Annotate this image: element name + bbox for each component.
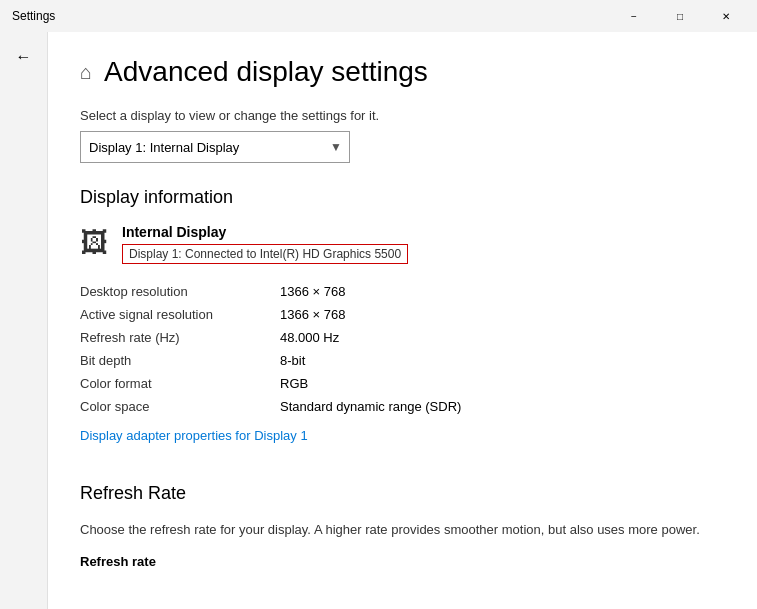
info-row-4: Color format RGB [80, 372, 725, 395]
display-name: Internal Display [122, 224, 408, 240]
title-bar-left: Settings [12, 9, 55, 23]
settings-title: Settings [12, 9, 55, 23]
back-button[interactable]: ← [12, 44, 36, 70]
content-area: ← ⌂ Advanced display settings Select a d… [0, 32, 757, 609]
title-bar-controls: − □ ✕ [611, 0, 749, 32]
info-value-0: 1366 × 768 [280, 284, 345, 299]
sidebar: ← [0, 32, 48, 609]
display-info-block: 🖼 Internal Display Display 1: Connected … [80, 224, 725, 264]
maximize-button[interactable]: □ [657, 0, 703, 32]
main-content: ⌂ Advanced display settings Select a dis… [48, 32, 757, 609]
info-value-1: 1366 × 768 [280, 307, 345, 322]
refresh-rate-label: Refresh rate [80, 554, 156, 569]
display-select[interactable]: Display 1: Internal Display [80, 131, 350, 163]
info-label-3: Bit depth [80, 353, 280, 368]
refresh-rate-description: Choose the refresh rate for your display… [80, 520, 725, 540]
display-details: Internal Display Display 1: Connected to… [122, 224, 408, 264]
minimize-button[interactable]: − [611, 0, 657, 32]
info-value-3: 8-bit [280, 353, 305, 368]
info-label-2: Refresh rate (Hz) [80, 330, 280, 345]
close-button[interactable]: ✕ [703, 0, 749, 32]
info-label-1: Active signal resolution [80, 307, 280, 322]
monitor-icon: 🖼 [80, 226, 108, 259]
page-title: Advanced display settings [104, 56, 428, 88]
info-row-1: Active signal resolution 1366 × 768 [80, 303, 725, 326]
display-select-wrapper[interactable]: Display 1: Internal Display ▼ [80, 131, 350, 163]
display-connection-text: Display 1: Connected to Intel(R) HD Grap… [122, 244, 408, 264]
info-label-4: Color format [80, 376, 280, 391]
info-label-5: Color space [80, 399, 280, 414]
refresh-rate-section: Refresh Rate Choose the refresh rate for… [80, 483, 725, 570]
info-value-2: 48.000 Hz [280, 330, 339, 345]
info-row-2: Refresh rate (Hz) 48.000 Hz [80, 326, 725, 349]
info-row-5: Color space Standard dynamic range (SDR) [80, 395, 725, 418]
refresh-rate-title: Refresh Rate [80, 483, 725, 504]
info-value-4: RGB [280, 376, 308, 391]
display-info-table: Desktop resolution 1366 × 768 Active sig… [80, 280, 725, 418]
info-row-0: Desktop resolution 1366 × 768 [80, 280, 725, 303]
info-label-0: Desktop resolution [80, 284, 280, 299]
select-display-label: Select a display to view or change the s… [80, 108, 725, 123]
title-bar: Settings − □ ✕ [0, 0, 757, 32]
home-icon: ⌂ [80, 61, 92, 84]
adapter-properties-link[interactable]: Display adapter properties for Display 1 [80, 428, 308, 443]
info-row-3: Bit depth 8-bit [80, 349, 725, 372]
display-info-section-title: Display information [80, 187, 725, 208]
info-value-5: Standard dynamic range (SDR) [280, 399, 461, 414]
page-header: ⌂ Advanced display settings [80, 56, 725, 88]
